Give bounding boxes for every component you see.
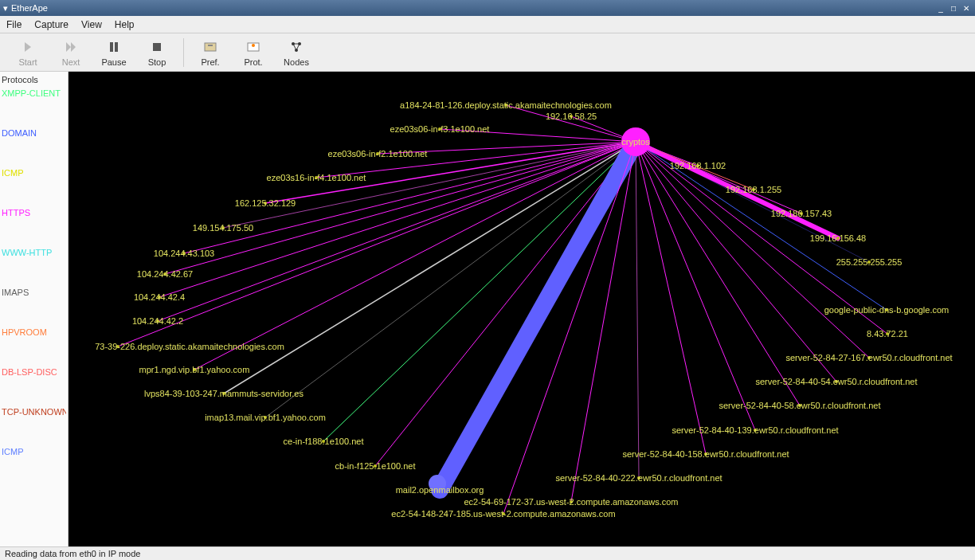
node-dot[interactable]: [704, 452, 707, 456]
next-label: Next: [62, 57, 80, 67]
protocol-item[interactable]: XMPP-CLIENT: [2, 88, 66, 99]
svg-line-24: [118, 142, 636, 347]
prot-label: Prot.: [244, 57, 262, 67]
node-dot[interactable]: [637, 476, 640, 480]
node-dot[interactable]: [836, 237, 840, 240]
node-dot[interactable]: [502, 512, 505, 515]
prot-button[interactable]: Prot.: [232, 35, 275, 70]
node-dot[interactable]: [264, 202, 267, 205]
protocol-item[interactable]: HPVROOM: [2, 327, 66, 338]
svg-rect-0: [110, 42, 113, 52]
pref-label: Pref.: [201, 57, 219, 67]
node-dot[interactable]: [800, 212, 803, 215]
menu-help[interactable]: Help: [115, 19, 135, 30]
start-button[interactable]: Start: [6, 35, 49, 70]
protocol-item[interactable]: IMAPS: [2, 287, 66, 298]
node-dot[interactable]: [867, 260, 871, 264]
menu-capture[interactable]: Capture: [34, 19, 69, 30]
node-dot[interactable]: [570, 500, 573, 503]
node-dot[interactable]: [835, 380, 838, 383]
minimize-button[interactable]: _: [935, 2, 946, 14]
node-dot[interactable]: [886, 332, 889, 335]
prot-icon: [245, 38, 262, 56]
main-area: Protocols XMPP-CLIENTDOMAINICMPHTTPSWWW-…: [0, 72, 975, 546]
stop-label: Stop: [148, 57, 166, 67]
node-dot[interactable]: [156, 319, 159, 323]
node-dot[interactable]: [504, 104, 507, 107]
protocol-item[interactable]: TCP-UNKNOWN: [2, 406, 66, 417]
svg-line-15: [440, 129, 636, 142]
svg-line-28: [323, 142, 636, 441]
svg-line-39: [636, 142, 887, 334]
close-button[interactable]: ✕: [961, 2, 972, 14]
maximize-button[interactable]: □: [948, 2, 959, 14]
statusbar: Reading data from eth0 in IP mode: [0, 546, 975, 560]
pref-icon: [202, 38, 219, 56]
protocol-item[interactable]: DOMAIN: [2, 127, 66, 139]
svg-line-27: [265, 142, 636, 417]
node-dot[interactable]: [221, 226, 225, 229]
status-text: Reading data from eth0 in IP mode: [5, 549, 140, 558]
svg-rect-3: [205, 43, 216, 51]
protocol-item[interactable]: WWW-HTTP: [2, 247, 66, 258]
pause-label: Pause: [101, 57, 126, 67]
next-icon: [62, 38, 80, 56]
hub-label: cryptos: [621, 137, 649, 147]
protocol-item[interactable]: ICMP: [2, 167, 66, 178]
mail-hub-node[interactable]: [429, 475, 446, 492]
node-dot[interactable]: [754, 429, 757, 432]
node-dot[interactable]: [322, 440, 325, 443]
svg-rect-2: [153, 43, 161, 51]
protocol-item[interactable]: ICMP: [2, 446, 66, 457]
node-dot[interactable]: [264, 416, 267, 419]
links-layer: [69, 72, 975, 546]
protocol-panel: Protocols XMPP-CLIENTDOMAINICMPHTTPSWWW-…: [0, 72, 69, 546]
menu-file[interactable]: File: [6, 19, 22, 30]
menubar: File Capture View Help: [0, 16, 975, 33]
window-title: EtherApe: [11, 3, 48, 13]
node-dot[interactable]: [193, 368, 196, 371]
svg-line-30: [440, 142, 636, 490]
svg-line-13: [506, 105, 636, 142]
window-menu-icon[interactable]: ▾: [3, 3, 8, 14]
node-dot[interactable]: [376, 152, 379, 155]
node-dot[interactable]: [570, 115, 573, 118]
node-dot[interactable]: [315, 176, 318, 179]
svg-line-34: [636, 142, 706, 454]
svg-line-33: [636, 142, 639, 478]
node-dot[interactable]: [163, 272, 166, 276]
protocol-item[interactable]: DB-LSP-DISC: [2, 366, 66, 378]
nodes-label: Nodes: [284, 57, 309, 67]
nodes-button[interactable]: Nodes: [275, 35, 318, 70]
node-dot[interactable]: [696, 164, 699, 167]
svg-line-20: [184, 142, 636, 253]
node-dot[interactable]: [182, 252, 186, 255]
node-dot[interactable]: [116, 345, 119, 348]
start-label: Start: [18, 57, 37, 67]
pref-button[interactable]: Pref.: [189, 35, 232, 70]
svg-line-11: [293, 44, 296, 50]
node-dot[interactable]: [222, 392, 225, 395]
svg-line-19: [223, 142, 636, 228]
node-dot[interactable]: [374, 464, 377, 468]
svg-rect-4: [208, 45, 213, 46]
graph-canvas[interactable]: a184-24-81-126.deploy.static.akamaitechn…: [69, 72, 975, 546]
node-dot[interactable]: [798, 404, 801, 407]
menu-view[interactable]: View: [81, 19, 102, 30]
node-dot[interactable]: [867, 356, 871, 359]
node-dot[interactable]: [885, 308, 888, 311]
toolbar: Start Next Pause Stop Pref. Prot. Nodes: [0, 33, 975, 72]
toolbar-separator: [183, 38, 184, 67]
next-button[interactable]: Next: [49, 35, 92, 70]
stop-icon: [148, 38, 166, 56]
node-dot[interactable]: [752, 188, 755, 191]
node-dot[interactable]: [158, 296, 161, 299]
svg-line-40: [636, 142, 887, 310]
play-icon: [19, 38, 37, 56]
svg-line-38: [636, 142, 869, 358]
svg-point-6: [252, 44, 255, 47]
pause-button[interactable]: Pause: [92, 35, 135, 70]
node-dot[interactable]: [438, 127, 441, 131]
protocol-item[interactable]: HTTPS: [2, 207, 66, 218]
stop-button[interactable]: Stop: [135, 35, 178, 70]
